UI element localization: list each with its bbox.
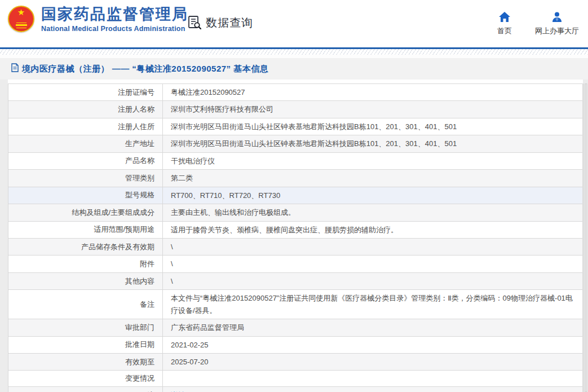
row-value: 适用于膝骨关节炎、颈椎病、腰椎间盘突出症、腰肌劳损的辅助治疗。 — [162, 222, 582, 238]
row-label: 审批部门 — [8, 319, 162, 336]
table-row: 生产地址 深圳市光明区马田街道马山头社区钟表基地君斯达科技园B栋101、201、… — [8, 135, 582, 152]
hatch-strip — [0, 49, 588, 55]
table-row: 结构及组成/主要组成成分 主要由主机、输出线和治疗电极组成。 — [8, 204, 582, 221]
info-table: 注册证编号 粤械注准20152090527 注册人名称 深圳市艾利特医疗科技有限… — [8, 83, 583, 392]
row-label: 备注 — [8, 290, 162, 319]
row-value: 第二类 — [162, 170, 582, 186]
page-title: 境内医疗器械（注册） —— “粤械注准20152090527” 基本信息 — [22, 64, 268, 74]
row-label: 变更情况 — [8, 371, 162, 386]
file-icon — [11, 63, 22, 74]
row-value: \ — [162, 256, 582, 272]
table-row: 注册人名称 深圳市艾利特医疗科技有限公司 — [8, 101, 582, 118]
row-value: RT700、RT710、RT720、RT730 — [162, 187, 582, 204]
row-label: 管理类别 — [8, 170, 162, 186]
row-label: 附件 — [8, 256, 162, 272]
row-value: 深圳市光明区马田街道马山头社区钟表基地君斯达科技园B栋101、201、301、4… — [162, 118, 582, 135]
table-row: 附件 \ — [8, 256, 582, 272]
scrollbar-thumb[interactable] — [585, 83, 587, 392]
row-label: 其他内容 — [8, 273, 162, 289]
row-label: 产品储存条件及有效期 — [8, 239, 162, 255]
table-row: 产品储存条件及有效期 \ — [8, 239, 582, 256]
national-emblem-icon: ★ — [8, 6, 34, 32]
row-label: 有效期至 — [8, 354, 162, 370]
table-row: 型号规格 RT700、RT710、RT720、RT730 — [8, 187, 582, 204]
nav-home-label: 首页 — [497, 26, 512, 36]
data-query-tab[interactable]: 数据查询 — [187, 15, 253, 30]
table-row: 其他内容 \ — [8, 273, 582, 290]
nav-service-hall-label: 网上办事大厅 — [535, 26, 579, 36]
row-value: 干扰电治疗仪 — [162, 153, 582, 169]
table-row: 管理类别 第二类 — [8, 170, 582, 187]
row-value: 广东省药品监督管理局 — [162, 319, 582, 336]
nav-home[interactable]: 首页 — [493, 12, 516, 36]
row-label: 生产地址 — [8, 135, 162, 152]
row-label: 注册证编号 — [8, 84, 162, 100]
table-row: 注册人住所 深圳市光明区马田街道马山头社区钟表基地君斯达科技园B栋101、201… — [8, 118, 582, 135]
table-row: 批准日期 2021-02-25 — [8, 337, 582, 354]
nav-service-hall[interactable]: 网上办事大厅 — [535, 12, 579, 36]
table-row: 变更情况 — [8, 371, 582, 387]
table-row: 有效期至 2025-07-20 — [8, 354, 582, 371]
data-query-label: 数据查询 — [206, 15, 253, 30]
table-row: 注册证编号 粤械注准20152090527 — [8, 84, 582, 101]
row-value: 主要由主机、输出线和治疗电极组成。 — [162, 204, 582, 221]
page-title-bar: 境内医疗器械（注册） —— “粤械注准20152090527” 基本信息 — [0, 58, 588, 80]
row-label: 注 — [8, 387, 162, 392]
table-row: 注 详情 — [8, 387, 582, 392]
row-label: 注册人住所 — [8, 118, 162, 135]
home-icon — [499, 12, 510, 26]
row-value: 深圳市光明区马田街道马山头社区钟表基地君斯达科技园B栋101、201、301、4… — [162, 135, 582, 152]
table-row: 适用范围/预期用途 适用于膝骨关节炎、颈椎病、腰椎间盘突出症、腰肌劳损的辅助治疗… — [8, 222, 582, 239]
row-label: 型号规格 — [8, 187, 162, 204]
row-value: 本文件与“粤械注准20152090527”注册证共同使用新《医疗器械分类目录》管… — [162, 290, 582, 319]
table-row: 备注 本文件与“粤械注准20152090527”注册证共同使用新《医疗器械分类目… — [8, 290, 582, 319]
row-value: 深圳市艾利特医疗科技有限公司 — [162, 101, 582, 117]
detail-link[interactable]: 详情 — [171, 389, 185, 392]
row-label: 批准日期 — [8, 337, 162, 353]
row-value — [162, 371, 582, 386]
row-label: 适用范围/预期用途 — [8, 222, 162, 238]
row-value: 粤械注准20152090527 — [162, 84, 582, 100]
row-value: \ — [162, 239, 582, 255]
table-row: 产品名称 干扰电治疗仪 — [8, 153, 582, 170]
row-value: 2021-02-25 — [162, 337, 582, 353]
row-label: 产品名称 — [8, 153, 162, 169]
document-search-icon — [187, 15, 202, 30]
content-panel: 注册证编号 粤械注准20152090527 注册人名称 深圳市艾利特医疗科技有限… — [8, 80, 583, 392]
site-header: ★ 国家药品监督管理局 National Medical Products Ad… — [0, 0, 588, 47]
row-value: 详情 — [162, 387, 582, 392]
row-value: \ — [162, 273, 582, 289]
site-logo[interactable]: ★ 国家药品监督管理局 National Medical Products Ad… — [8, 5, 188, 33]
user-icon — [552, 12, 562, 26]
top-nav: 首页 网上办事大厅 — [493, 12, 579, 36]
page-scrollbar[interactable] — [583, 83, 588, 392]
row-value: 2025-07-20 — [162, 354, 582, 370]
table-row: 审批部门 广东省药品监督管理局 — [8, 319, 582, 336]
row-label: 注册人名称 — [8, 101, 162, 117]
org-name-en: National Medical Products Administration — [41, 25, 188, 33]
org-name-cn: 国家药品监督管理局 — [41, 5, 188, 23]
row-label: 结构及组成/主要组成成分 — [8, 204, 162, 221]
